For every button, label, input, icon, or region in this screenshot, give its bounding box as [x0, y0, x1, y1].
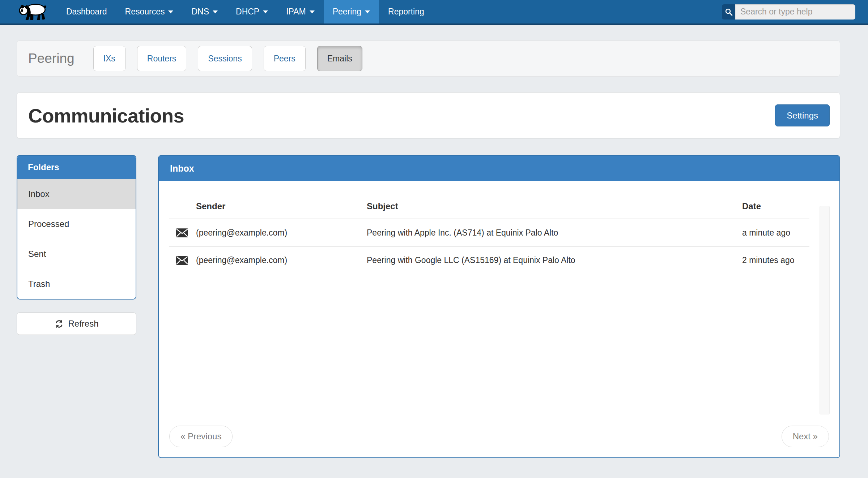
refresh-button[interactable]: Refresh	[17, 313, 136, 335]
search-icon	[722, 4, 735, 20]
mail-table-header-row: Sender Subject Date	[169, 196, 809, 219]
envelope-icon	[169, 219, 196, 247]
nav-item-resources[interactable]: Resources	[116, 0, 183, 23]
folder-item-inbox[interactable]: Inbox	[17, 179, 136, 209]
col-icon	[169, 196, 196, 219]
next-button[interactable]: Next »	[782, 426, 829, 447]
sender-cell: (peering@example.com)	[196, 247, 367, 274]
folder-item-processed[interactable]: Processed	[17, 209, 136, 239]
subject-cell: Peering with Apple Inc. (AS714) at Equin…	[367, 219, 742, 247]
nav-label: IPAM	[286, 7, 306, 17]
refresh-label: Refresh	[68, 319, 98, 329]
nav-label: Dashboard	[66, 7, 107, 17]
mail-table: Sender Subject Date	[169, 196, 809, 274]
page-title: Communications	[28, 104, 184, 127]
tab-sessions[interactable]: Sessions	[198, 46, 252, 71]
inbox-body: Sender Subject Date	[159, 196, 839, 458]
folders-header: Folders	[17, 156, 136, 179]
nav-item-ipam[interactable]: IPAM	[277, 0, 324, 23]
main-menu: Dashboard Resources DNS DHCP IPAM Peerin…	[57, 0, 433, 23]
nav-item-dhcp[interactable]: DHCP	[227, 0, 277, 23]
col-sender: Sender	[196, 196, 367, 219]
inbox-panel: Inbox Sender Subject Date	[158, 155, 840, 458]
nav-label: Reporting	[388, 7, 424, 17]
pagination: « Previous Next »	[169, 426, 829, 447]
search-input[interactable]	[735, 4, 855, 20]
nav-label: DHCP	[236, 7, 259, 17]
brand-logo[interactable]	[0, 0, 57, 23]
folder-item-trash[interactable]: Trash	[17, 269, 136, 299]
mail-row[interactable]: (peering@example.com) Peering with Apple…	[169, 219, 809, 247]
subnav-title: Peering	[28, 51, 75, 66]
navbar: Dashboard Resources DNS DHCP IPAM Peerin…	[0, 0, 868, 25]
date-cell: 2 minutes ago	[742, 247, 809, 274]
title-panel: Communications Settings	[17, 92, 840, 138]
peering-subnav: Peering IXs Routers Sessions Peers Email…	[17, 40, 840, 77]
nav-item-reporting[interactable]: Reporting	[379, 0, 433, 23]
settings-button[interactable]: Settings	[775, 104, 830, 126]
nav-label: Resources	[125, 7, 165, 17]
chevron-down-icon	[168, 10, 173, 13]
chevron-down-icon	[213, 10, 218, 13]
folder-item-sent[interactable]: Sent	[17, 239, 136, 269]
sender-cell: (peering@example.com)	[196, 219, 367, 247]
chevron-down-icon	[263, 10, 268, 13]
navbar-search	[722, 4, 855, 20]
previous-button[interactable]: « Previous	[169, 426, 233, 447]
mail-row[interactable]: (peering@example.com) Peering with Googl…	[169, 247, 809, 274]
col-date: Date	[742, 196, 809, 219]
nav-item-dashboard[interactable]: Dashboard	[57, 0, 116, 23]
content-area: Folders Inbox Processed Sent Trash Refre…	[17, 155, 840, 458]
nav-label: DNS	[191, 7, 209, 17]
tab-routers[interactable]: Routers	[137, 46, 187, 71]
panda-logo-icon	[18, 1, 50, 23]
chevron-down-icon	[310, 10, 315, 13]
tab-peers[interactable]: Peers	[264, 46, 306, 71]
nav-label: Peering	[333, 7, 361, 17]
refresh-icon	[54, 319, 64, 329]
left-column: Folders Inbox Processed Sent Trash Refre…	[17, 155, 136, 335]
envelope-icon	[169, 247, 196, 274]
subject-cell: Peering with Google LLC (AS15169) at Equ…	[367, 247, 742, 274]
tab-ixs[interactable]: IXs	[93, 46, 125, 71]
scrollbar-track[interactable]	[820, 206, 830, 414]
chevron-down-icon	[365, 10, 370, 13]
inbox-header: Inbox	[159, 156, 839, 181]
nav-item-peering[interactable]: Peering	[324, 0, 379, 23]
date-cell: a minute ago	[742, 219, 809, 247]
tab-emails[interactable]: Emails	[317, 46, 362, 71]
nav-item-dns[interactable]: DNS	[182, 0, 227, 23]
folders-panel: Folders Inbox Processed Sent Trash	[17, 155, 136, 300]
col-subject: Subject	[367, 196, 742, 219]
